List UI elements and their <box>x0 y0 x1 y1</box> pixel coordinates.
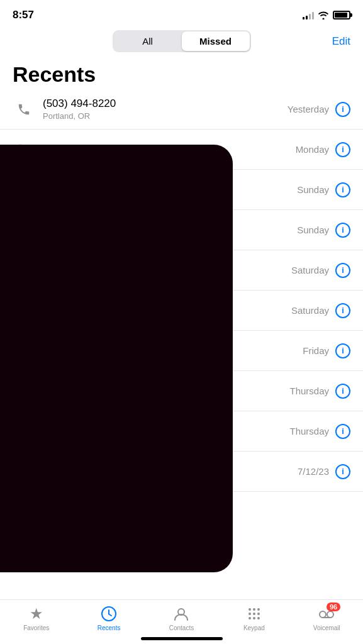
page-title: Recents <box>0 57 363 89</box>
svg-point-8 <box>249 617 251 619</box>
screen: 8:57 All Missed Edit Recents <box>0 0 363 644</box>
keypad-icon <box>245 605 263 623</box>
call-time-3: Sunday <box>297 225 329 235</box>
svg-point-5 <box>249 613 251 615</box>
svg-point-2 <box>249 608 251 611</box>
svg-point-10 <box>257 617 260 619</box>
call-time-6: Friday <box>303 345 329 356</box>
status-icons <box>303 11 350 19</box>
call-time-8: Thursday <box>289 426 329 436</box>
segment-container: All Missed Edit <box>0 25 363 57</box>
info-button-6[interactable]: i <box>335 343 350 358</box>
recents-icon <box>100 605 118 623</box>
info-button-7[interactable]: i <box>335 384 350 399</box>
svg-point-9 <box>253 617 255 619</box>
call-details-0: (503) 494-8220 Portland, OR <box>43 97 116 121</box>
call-time-9: 7/12/23 <box>298 466 329 477</box>
wifi-icon <box>318 11 329 19</box>
phone-icon-0 <box>13 98 35 121</box>
tab-voicemail[interactable]: 96 Voicemail <box>304 605 349 631</box>
svg-point-4 <box>257 608 260 611</box>
signal-icon <box>303 11 314 19</box>
missed-tab[interactable]: Missed <box>182 31 250 51</box>
favorites-icon: ★ <box>28 605 45 623</box>
all-tab[interactable]: All <box>114 31 182 51</box>
voicemail-badge: 96 <box>327 602 340 611</box>
call-time-2: Sunday <box>297 184 329 195</box>
svg-point-12 <box>327 611 333 618</box>
dark-overlay <box>0 145 233 572</box>
segment-control: All Missed <box>113 30 251 52</box>
call-item-left-0: (503) 494-8220 Portland, OR <box>13 97 288 121</box>
call-right-0: Yesterday i <box>288 102 350 117</box>
svg-point-3 <box>253 608 255 611</box>
call-time-5: Saturday <box>291 305 329 316</box>
tab-favorites[interactable]: ★ Favorites <box>14 605 59 631</box>
call-item-0[interactable]: (503) 494-8220 Portland, OR Yesterday i <box>0 89 363 130</box>
tab-keypad[interactable]: Keypad <box>232 605 276 631</box>
call-time-0: Yesterday <box>288 104 329 114</box>
tab-contacts[interactable]: Contacts <box>159 605 203 631</box>
tab-voicemail-label: Voicemail <box>313 625 340 631</box>
info-button-0[interactable]: i <box>335 102 350 117</box>
tab-contacts-label: Contacts <box>169 625 194 631</box>
tab-recents-label: Recents <box>98 625 121 631</box>
tab-favorites-label: Favorites <box>23 625 49 631</box>
call-time-1: Monday <box>296 144 329 155</box>
info-button-1[interactable]: i <box>335 142 350 157</box>
call-subtitle-0: Portland, OR <box>43 111 116 121</box>
battery-icon <box>333 11 350 19</box>
call-time-4: Saturday <box>291 265 329 275</box>
info-button-9[interactable]: i <box>335 464 350 479</box>
svg-point-6 <box>253 613 255 615</box>
call-time-7: Thursday <box>289 386 329 396</box>
svg-point-7 <box>257 613 260 615</box>
voicemail-icon: 96 <box>318 605 335 623</box>
info-button-4[interactable]: i <box>335 263 350 278</box>
edit-button[interactable]: Edit <box>332 35 350 48</box>
contacts-icon <box>172 605 190 623</box>
status-time: 8:57 <box>13 9 34 21</box>
svg-point-11 <box>320 611 326 618</box>
info-button-3[interactable]: i <box>335 223 350 238</box>
info-button-5[interactable]: i <box>335 303 350 318</box>
tab-recents[interactable]: Recents <box>87 605 131 631</box>
status-bar: 8:57 <box>0 0 363 25</box>
call-name-0: (503) 494-8220 <box>43 97 116 110</box>
info-button-8[interactable]: i <box>335 424 350 439</box>
tab-keypad-label: Keypad <box>243 625 265 631</box>
info-button-2[interactable]: i <box>335 182 350 197</box>
home-indicator <box>141 637 223 640</box>
